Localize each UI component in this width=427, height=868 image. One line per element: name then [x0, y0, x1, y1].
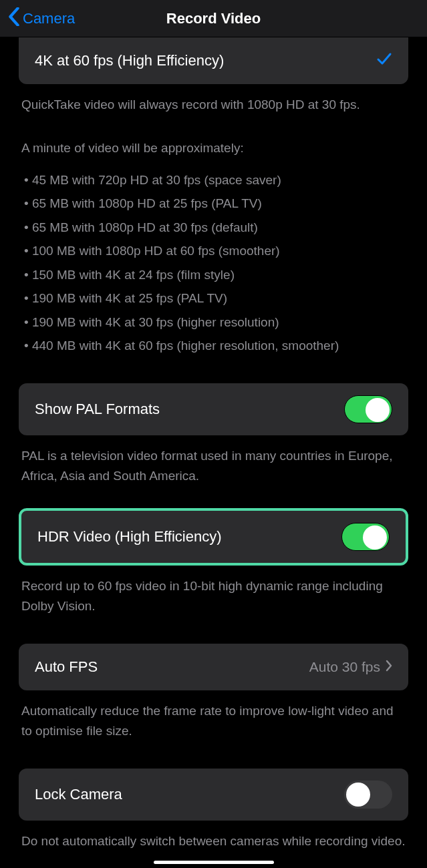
lock-camera-row[interactable]: Lock Camera — [19, 769, 408, 821]
show-pal-formats-row[interactable]: Show PAL Formats — [19, 383, 408, 435]
lockcamera-label: Lock Camera — [35, 786, 122, 803]
chevron-right-icon — [386, 659, 392, 675]
checkmark-icon — [376, 51, 392, 71]
size-bullet: • 65 MB with 1080p HD at 25 fps (PAL TV) — [21, 194, 406, 213]
size-bullets: • 45 MB with 720p HD at 30 fps (space sa… — [21, 170, 406, 356]
hdr-toggle[interactable] — [341, 523, 390, 551]
autofps-footer: Automatically reduce the frame rate to i… — [19, 690, 408, 744]
nav-bar: Camera Record Video — [0, 0, 427, 37]
back-button[interactable]: Camera — [8, 7, 75, 30]
chevron-left-icon — [8, 7, 23, 30]
show-pal-toggle[interactable] — [344, 395, 392, 423]
auto-fps-row[interactable]: Auto FPS Auto 30 fps — [19, 644, 408, 690]
lockcamera-footer: Do not automatically switch between came… — [19, 821, 408, 855]
size-bullet: • 45 MB with 720p HD at 30 fps (space sa… — [21, 170, 406, 190]
size-bullet: • 440 MB with 4K at 60 fps (higher resol… — [21, 336, 406, 355]
approx-intro: A minute of video will be approximately: — [21, 138, 406, 158]
format-option-4k60[interactable]: 4K at 60 fps (High Efficiency) — [19, 37, 408, 84]
autofps-label: Auto FPS — [35, 658, 98, 676]
size-bullet: • 190 MB with 4K at 25 fps (PAL TV) — [21, 288, 406, 308]
size-bullet: • 190 MB with 4K at 30 fps (higher resol… — [21, 312, 406, 332]
format-footer: QuickTake video will always record with … — [19, 84, 408, 359]
size-bullet: • 65 MB with 1080p HD at 30 fps (default… — [21, 218, 406, 237]
back-label: Camera — [23, 10, 75, 27]
pal-footer: PAL is a television video format used in… — [19, 435, 408, 489]
lock-camera-toggle[interactable] — [344, 781, 392, 809]
hdr-footer: Record up to 60 fps video in 10-bit high… — [19, 566, 408, 620]
hdr-video-row[interactable]: HDR Video (High Efficiency) — [19, 508, 408, 566]
autofps-value: Auto 30 fps — [309, 659, 380, 675]
option-label: 4K at 60 fps (High Efficiency) — [35, 52, 224, 69]
hdr-label: HDR Video (High Efficiency) — [37, 528, 222, 546]
quicktake-note: QuickTake video will always record with … — [21, 95, 406, 114]
size-bullet: • 100 MB with 1080p HD at 60 fps (smooth… — [21, 241, 406, 260]
home-indicator[interactable] — [154, 861, 274, 864]
size-bullet: • 150 MB with 4K at 24 fps (film style) — [21, 265, 406, 284]
show-pal-label: Show PAL Formats — [35, 401, 160, 418]
